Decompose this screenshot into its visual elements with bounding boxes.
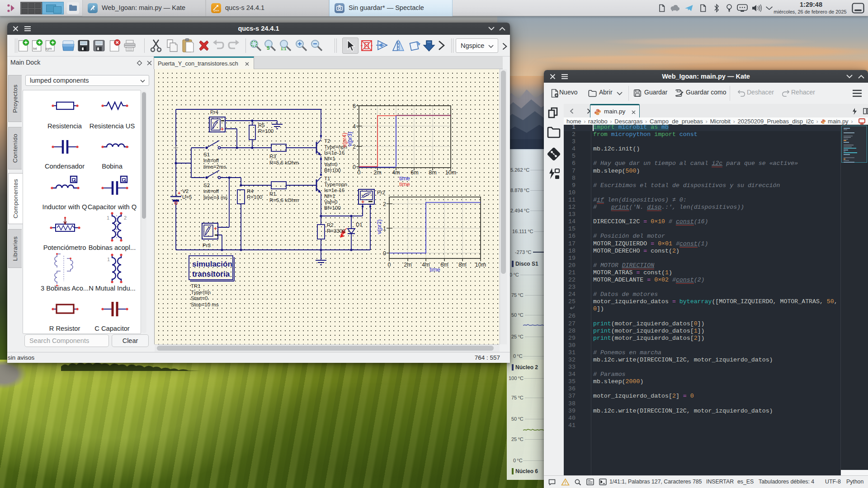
svg-text:R=3300: R=3300 — [327, 228, 345, 234]
svg-text:Bf=100: Bf=100 — [324, 205, 341, 211]
svg-text:R=100: R=100 — [258, 128, 274, 134]
svg-text:U=5: U=5 — [182, 194, 192, 200]
svg-text:10m: 10m — [445, 169, 456, 176]
svg-text:2m: 2m — [404, 262, 411, 268]
svg-text:Bf=100: Bf=100 — [324, 168, 341, 173]
svg-text:v(pr3): v(pr3) — [347, 132, 353, 147]
svg-text:R1: R1 — [269, 191, 276, 197]
svg-text:Nf=1: Nf=1 — [324, 193, 335, 199]
svg-text:Is=1e-16: Is=1e-16 — [324, 150, 344, 155]
svg-text:Qucs: Qucs — [213, 9, 219, 12]
svg-text:Type=lín: Type=lín — [191, 290, 211, 295]
svg-text:6m: 6m — [410, 169, 418, 176]
svg-text:Type=npn: Type=npn — [324, 182, 347, 187]
svg-text:Pr3: Pr3 — [203, 243, 211, 248]
svg-text:Vaf=0: Vaf=0 — [324, 162, 338, 167]
svg-text:0: 0 — [383, 250, 386, 257]
svg-text:time: time — [399, 181, 410, 188]
svg-text:R5: R5 — [258, 122, 265, 128]
svg-text:Pr2: Pr2 — [377, 190, 385, 195]
svg-text:txt: txt — [33, 47, 37, 51]
svg-text:init=off: init=off — [203, 188, 219, 194]
svg-text:8m: 8m — [429, 169, 436, 176]
svg-text:0: 0 — [358, 169, 361, 176]
svg-text:2: 2 — [124, 215, 127, 221]
svg-text:1:1: 1:1 — [281, 47, 287, 51]
svg-text:2: 2 — [353, 144, 356, 150]
svg-text:time: time — [399, 175, 410, 182]
svg-text:T2: T2 — [324, 138, 330, 144]
svg-text:R3: R3 — [269, 154, 276, 159]
svg-text:Is=1e-16: Is=1e-16 — [324, 188, 344, 193]
svg-text:Start=0: Start=0 — [191, 296, 208, 301]
svg-text:4m: 4m — [392, 169, 400, 176]
svg-text:D1: D1 — [356, 222, 363, 227]
svg-text:6m: 6m — [440, 262, 448, 268]
svg-text:R=5,6 kOhm: R=5,6 kOhm — [269, 197, 299, 203]
svg-text:time=4 ms: time=4 ms — [203, 195, 228, 200]
svg-text:S1: S1 — [203, 152, 210, 157]
svg-text:R=5,6 kOhm: R=5,6 kOhm — [269, 160, 299, 165]
svg-text:1: 1 — [107, 215, 109, 221]
svg-text:time=2ms: time=2ms — [203, 164, 226, 169]
svg-text:S2: S2 — [203, 183, 210, 188]
svg-text:+: + — [214, 225, 217, 232]
svg-text:init=off: init=off — [203, 158, 219, 163]
svg-text:10m: 10m — [475, 262, 486, 268]
svg-text:V2: V2 — [182, 188, 189, 194]
svg-text:R=100: R=100 — [247, 194, 262, 200]
svg-text:+: + — [221, 126, 224, 132]
svg-text:0: 0 — [353, 164, 356, 170]
svg-text:S: S — [267, 46, 270, 51]
svg-text:v(pr2): v(pr2) — [376, 220, 382, 235]
svg-text:6: 6 — [353, 103, 356, 109]
svg-text:time: time — [429, 267, 440, 273]
svg-text:Pr4: Pr4 — [210, 109, 219, 115]
svg-text:TR1: TR1 — [191, 283, 201, 289]
svg-text:+: + — [178, 190, 180, 196]
svg-text:4m: 4m — [422, 262, 429, 268]
svg-text:Nf=1: Nf=1 — [324, 156, 335, 161]
svg-text:Vaf=0: Vaf=0 — [324, 199, 338, 205]
svg-text:1: 1 — [383, 225, 386, 232]
svg-text:sym: sym — [46, 47, 52, 51]
svg-text:R4: R4 — [247, 188, 254, 194]
svg-text:0: 0 — [388, 262, 391, 268]
svg-text:2m: 2m — [373, 169, 381, 176]
svg-text:transitoria: transitoria — [192, 270, 230, 278]
svg-text:R2: R2 — [327, 222, 334, 228]
svg-text:T1: T1 — [324, 176, 330, 181]
svg-text:1: 1 — [107, 257, 110, 262]
svg-text:simulación: simulación — [192, 260, 232, 268]
svg-text:Stop=10 ms: Stop=10 ms — [191, 302, 219, 307]
svg-text:8m: 8m — [458, 262, 466, 268]
svg-text:+: + — [361, 199, 364, 205]
svg-text:2: 2 — [383, 201, 386, 207]
svg-text:4: 4 — [353, 123, 356, 130]
